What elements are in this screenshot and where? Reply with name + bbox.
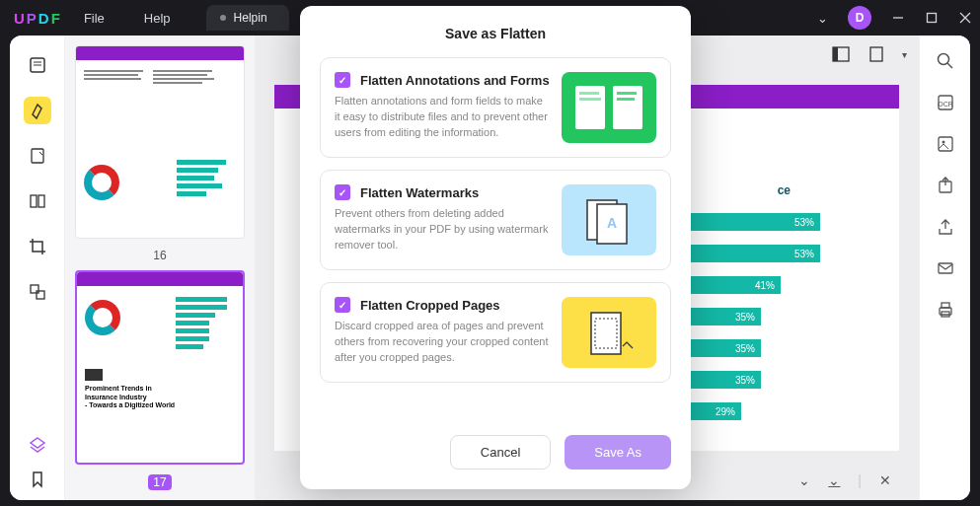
- bookmark-icon[interactable]: [29, 470, 46, 488]
- tools-icon[interactable]: [24, 278, 51, 306]
- svg-rect-24: [942, 303, 949, 308]
- print-icon[interactable]: [936, 300, 955, 320]
- minimize-icon[interactable]: [891, 11, 905, 25]
- svg-rect-13: [833, 47, 838, 61]
- thumbnail-label-selected: 17: [148, 474, 172, 490]
- svg-rect-7: [32, 149, 43, 163]
- tab-indicator-icon: [220, 15, 226, 21]
- mail-icon[interactable]: [936, 258, 955, 278]
- svg-rect-19: [939, 137, 952, 151]
- tab-label: Helpin: [234, 11, 267, 25]
- document-tab[interactable]: Helpin: [206, 5, 289, 31]
- checkbox-checked-icon[interactable]: ✓: [335, 297, 350, 313]
- option-desc: Prevent others from deleting added water…: [335, 206, 550, 253]
- chart-title: ce: [778, 183, 791, 197]
- highlight-icon[interactable]: [24, 97, 51, 124]
- option-title: Flatten Annotations and Forms: [360, 73, 550, 88]
- organize-icon[interactable]: [24, 187, 51, 215]
- option-illustration: [562, 297, 656, 368]
- image-icon[interactable]: [936, 134, 955, 154]
- export-icon[interactable]: [936, 176, 955, 195]
- option-illustration: [562, 72, 656, 143]
- layers-icon[interactable]: [27, 435, 48, 457]
- svg-point-15: [938, 54, 948, 65]
- option-title: Flatten Watermarks: [360, 185, 479, 200]
- svg-rect-14: [870, 47, 882, 61]
- svg-rect-8: [31, 195, 37, 207]
- svg-rect-30: [617, 92, 637, 95]
- menu-file[interactable]: File: [84, 11, 105, 26]
- svg-text:A: A: [607, 215, 617, 231]
- close-nav-icon[interactable]: ✕: [879, 472, 891, 488]
- svg-point-20: [942, 141, 944, 144]
- avatar[interactable]: D: [848, 6, 871, 30]
- option-desc: Flatten annotations and form fields to m…: [335, 94, 550, 141]
- option-watermarks[interactable]: ✓ Flatten Watermarks Prevent others from…: [320, 170, 671, 270]
- save-as-button[interactable]: Save As: [565, 435, 671, 470]
- app-logo: UPDF: [14, 10, 60, 27]
- right-rail: OCR: [919, 36, 970, 500]
- page-layout-icon[interactable]: [867, 45, 886, 63]
- edit-icon[interactable]: [24, 142, 51, 170]
- close-icon[interactable]: [958, 11, 972, 25]
- svg-rect-11: [37, 291, 44, 299]
- svg-rect-31: [617, 98, 635, 101]
- ocr-icon[interactable]: OCR: [936, 93, 955, 112]
- svg-rect-1: [928, 14, 937, 23]
- menu-help[interactable]: Help: [144, 11, 171, 26]
- checkbox-checked-icon[interactable]: ✓: [335, 72, 350, 88]
- svg-rect-9: [38, 195, 44, 207]
- dialog-title: Save as Flatten: [320, 26, 671, 41]
- thumbnail-panel: 16 Prominent Trends inInsurance Industry…: [65, 36, 255, 500]
- thumbnail-label: 16: [75, 249, 245, 262]
- dialog-buttons: Cancel Save As: [320, 435, 671, 470]
- save-flatten-dialog: Save as Flatten ✓ Flatten Annotations an…: [300, 6, 691, 489]
- collapse-icon[interactable]: ⌄: [798, 472, 810, 488]
- reader-icon[interactable]: [24, 51, 51, 79]
- crop-icon[interactable]: [24, 233, 51, 260]
- svg-rect-22: [939, 263, 952, 273]
- option-annotations[interactable]: ✓ Flatten Annotations and Forms Flatten …: [320, 57, 671, 158]
- left-rail: [10, 36, 65, 500]
- option-illustration: A: [562, 184, 656, 255]
- maximize-icon[interactable]: [925, 11, 939, 25]
- option-cropped[interactable]: ✓ Flatten Cropped Pages Discard cropped …: [320, 282, 671, 383]
- thumbnail-page-16[interactable]: [75, 45, 245, 239]
- option-desc: Discard cropped area of pages and preven…: [335, 319, 550, 366]
- checkbox-checked-icon[interactable]: ✓: [335, 184, 350, 200]
- window-controls: ⌄ D: [817, 6, 972, 30]
- view-toolbar: ▾: [831, 45, 907, 63]
- chevron-down-icon[interactable]: ⌄: [817, 11, 828, 26]
- share-icon[interactable]: [936, 217, 955, 237]
- main-menu: File Help: [84, 11, 171, 26]
- search-icon[interactable]: [936, 51, 955, 71]
- chevron-down-icon[interactable]: ▾: [902, 49, 907, 60]
- svg-rect-28: [579, 92, 599, 95]
- cancel-button[interactable]: Cancel: [450, 435, 551, 470]
- option-title: Flatten Cropped Pages: [360, 298, 500, 313]
- page-view-icon[interactable]: [831, 45, 851, 63]
- page-nav-controls: ⌄ ⌄ | ✕: [798, 472, 891, 488]
- download-icon[interactable]: ⌄: [828, 472, 840, 488]
- svg-line-16: [947, 63, 952, 68]
- svg-rect-10: [31, 285, 38, 293]
- svg-text:OCR: OCR: [938, 101, 953, 108]
- thumbnail-page-17[interactable]: Prominent Trends inInsurance Industry- T…: [75, 270, 245, 465]
- svg-rect-29: [579, 98, 601, 101]
